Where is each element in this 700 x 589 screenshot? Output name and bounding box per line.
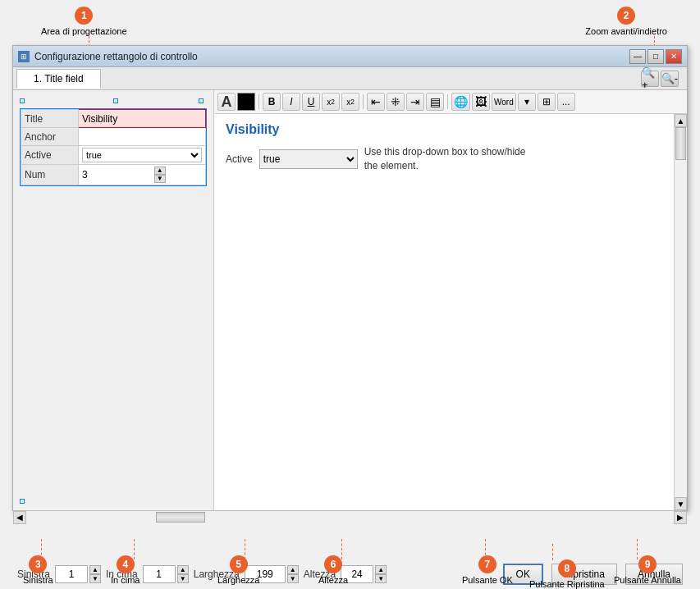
editor-toolbar: A B I U x2 x2 ⇤ ⁜ ⇥ ▤ 🌐 🖼 Word ▾ ⊞ ... [214, 90, 687, 114]
num-value-cell[interactable]: ▲ ▼ [79, 165, 206, 185]
link-button[interactable]: 🌐 [451, 93, 470, 111]
scroll-right-button[interactable]: ▶ [674, 511, 687, 524]
align-right-button[interactable]: ⇥ [406, 93, 424, 111]
annotation-3: 3 Sinistra [23, 555, 53, 585]
zoom-in-button[interactable]: 🔍+ [641, 71, 659, 87]
height-down-button[interactable]: ▼ [375, 574, 387, 583]
num-up-button[interactable]: ▲ [154, 167, 166, 175]
word-button[interactable]: Word [492, 93, 516, 111]
maximize-button[interactable]: □ [647, 49, 664, 64]
left-input[interactable] [55, 565, 88, 583]
annotation-8: 8 Pulsante Ripristina [529, 559, 605, 589]
zoom-buttons: 🔍+ 🔍- [641, 71, 684, 87]
scroll-track[interactable] [675, 127, 687, 497]
active-select[interactable]: true false [82, 148, 202, 162]
subscript-button[interactable]: x2 [322, 93, 340, 111]
editor-area: Visibility Active true false Use this dr… [214, 114, 687, 510]
separator-2 [363, 94, 364, 109]
scroll-thumb[interactable] [675, 127, 686, 160]
num-spinner: ▲ ▼ [154, 167, 167, 183]
height-up-button[interactable]: ▲ [375, 565, 387, 574]
dropdown-button[interactable]: ▾ [518, 93, 536, 111]
selection-handle-tc[interactable] [113, 98, 118, 103]
close-button[interactable]: ✕ [666, 49, 682, 64]
element-box: Title Anchor Active [20, 108, 207, 186]
content-area: Title Anchor Active [13, 90, 687, 510]
anchor-row: Anchor [21, 128, 206, 146]
visibility-heading: Visibility [226, 122, 662, 137]
tab-bar: 1. Title field 🔍+ 🔍- [13, 67, 687, 90]
left-input-group: ▲ ▼ [55, 565, 101, 583]
top-input[interactable] [143, 565, 176, 583]
left-spinner: ▲ ▼ [89, 565, 101, 583]
active-value-cell[interactable]: true false [79, 146, 206, 165]
align-center-button[interactable]: ⁜ [387, 93, 405, 111]
left-down-button[interactable]: ▼ [89, 574, 101, 583]
width-down-button[interactable]: ▼ [287, 574, 299, 583]
left-panel: Title Anchor Active [13, 90, 214, 510]
dialog-window: ⊞ Configurazione rettangolo di controllo… [12, 45, 688, 511]
h-scroll-thumb[interactable] [156, 512, 205, 523]
align-left-button[interactable]: ⇤ [367, 93, 385, 111]
dialog-titlebar: ⊞ Configurazione rettangolo di controllo… [13, 46, 687, 67]
table-button[interactable]: ⊞ [538, 93, 556, 111]
separator-1 [258, 94, 259, 109]
top-spinner: ▲ ▼ [177, 565, 189, 583]
selection-handle-tr[interactable] [199, 98, 204, 103]
zoom-out-button[interactable]: 🔍- [661, 71, 679, 87]
active-field-label: Active [226, 153, 253, 165]
annotation-2: 2 Zoom avanti/indietro [585, 7, 667, 36]
active-label: Active [21, 146, 79, 165]
color-button[interactable] [237, 93, 255, 111]
selection-handle-bl[interactable] [20, 499, 25, 504]
dashed-8 [552, 544, 553, 560]
more-button[interactable]: ... [557, 93, 575, 111]
visibility-control-row: Active true false Use this drop-down box… [226, 145, 662, 173]
height-spinner: ▲ ▼ [375, 565, 387, 583]
left-up-button[interactable]: ▲ [89, 565, 101, 574]
horizontal-scrollbar[interactable]: ◀ ▶ [13, 510, 687, 523]
annotation-6: 6 Altezza [318, 555, 348, 585]
title-value[interactable] [79, 110, 206, 128]
h-scroll-track[interactable] [26, 511, 674, 523]
visibility-active-select[interactable]: true false [259, 149, 358, 169]
separator-3 [447, 94, 448, 109]
annotation-7: 7 Pulsante OK [462, 555, 513, 585]
num-label: Num [21, 165, 79, 185]
anchor-value[interactable] [79, 128, 206, 146]
minimize-button[interactable]: — [629, 49, 646, 64]
title-input[interactable] [82, 113, 202, 125]
editor-content: Visibility Active true false Use this dr… [214, 114, 674, 510]
visibility-description: Use this drop-down box to show/hide the … [364, 145, 528, 173]
top-input-group: ▲ ▼ [143, 565, 189, 583]
titlebar-buttons: — □ ✕ [629, 49, 682, 64]
top-down-button[interactable]: ▼ [177, 574, 189, 583]
active-row: Active true false [21, 146, 206, 165]
underline-button[interactable]: U [302, 93, 320, 111]
title-row: Title [21, 110, 206, 128]
superscript-button[interactable]: x2 [341, 93, 359, 111]
right-panel: A B I U x2 x2 ⇤ ⁜ ⇥ ▤ 🌐 🖼 Word ▾ ⊞ ... [214, 90, 687, 510]
bold-button[interactable]: B [263, 93, 281, 111]
annotation-5: 5 Larghezza [217, 555, 259, 585]
image-button[interactable]: 🖼 [472, 93, 490, 111]
annotation-9: 9 Pulsante Annulla [614, 555, 681, 585]
top-up-button[interactable]: ▲ [177, 565, 189, 574]
align-justify-button[interactable]: ▤ [426, 93, 444, 111]
num-down-button[interactable]: ▼ [154, 175, 166, 183]
scroll-up-button[interactable]: ▲ [675, 114, 687, 127]
num-input[interactable] [82, 169, 154, 180]
font-size-button[interactable]: A [217, 93, 236, 111]
scroll-left-button[interactable]: ◀ [13, 511, 26, 524]
selection-handle-tl[interactable] [20, 98, 25, 103]
vertical-scrollbar[interactable]: ▲ ▼ [674, 114, 687, 510]
scroll-down-button[interactable]: ▼ [675, 497, 687, 510]
title-label: Title [21, 110, 79, 128]
annotation-1: 1 Area di progettazione [41, 7, 127, 36]
italic-button[interactable]: I [282, 93, 300, 111]
dialog-icon: ⊞ [18, 51, 30, 62]
anchor-label: Anchor [21, 128, 79, 146]
tab-title-field[interactable]: 1. Title field [16, 69, 101, 89]
width-up-button[interactable]: ▲ [287, 565, 299, 574]
width-spinner: ▲ ▼ [287, 565, 299, 583]
